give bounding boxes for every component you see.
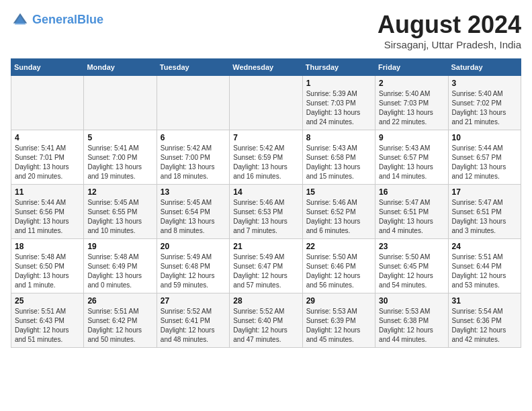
day-number: 3	[452, 79, 517, 88]
calendar-cell: 16Sunrise: 5:47 AM Sunset: 6:51 PM Dayli…	[375, 185, 448, 239]
calendar-cell: 5Sunrise: 5:41 AM Sunset: 7:00 PM Daylig…	[84, 130, 157, 185]
calendar-cell: 10Sunrise: 5:44 AM Sunset: 6:57 PM Dayli…	[448, 130, 521, 185]
calendar-cell: 18Sunrise: 5:48 AM Sunset: 6:50 PM Dayli…	[11, 239, 84, 293]
day-info: Sunrise: 5:46 AM Sunset: 6:52 PM Dayligh…	[306, 198, 371, 236]
calendar-cell	[230, 76, 302, 130]
calendar-cell	[84, 76, 157, 130]
page-header: GeneralBlue August 2024 Sirsaganj, Uttar…	[11, 11, 521, 50]
day-number: 26	[87, 296, 152, 306]
day-info: Sunrise: 5:51 AM Sunset: 6:43 PM Dayligh…	[15, 307, 80, 345]
day-number: 27	[161, 296, 226, 306]
day-info: Sunrise: 5:39 AM Sunset: 7:03 PM Dayligh…	[306, 89, 371, 127]
calendar-cell: 15Sunrise: 5:46 AM Sunset: 6:52 PM Dayli…	[302, 185, 375, 239]
day-info: Sunrise: 5:42 AM Sunset: 6:59 PM Dayligh…	[233, 144, 298, 181]
calendar-cell: 7Sunrise: 5:42 AM Sunset: 6:59 PM Daylig…	[230, 130, 302, 185]
calendar-week-row: 18Sunrise: 5:48 AM Sunset: 6:50 PM Dayli…	[11, 239, 521, 293]
day-number: 4	[15, 133, 80, 142]
day-info: Sunrise: 5:43 AM Sunset: 6:58 PM Dayligh…	[306, 144, 371, 181]
day-number: 17	[452, 187, 517, 197]
calendar-cell: 21Sunrise: 5:49 AM Sunset: 6:47 PM Dayli…	[230, 239, 302, 293]
day-number: 21	[233, 242, 298, 251]
calendar-table: SundayMondayTuesdayWednesdayThursdayFrid…	[11, 58, 521, 348]
day-info: Sunrise: 5:41 AM Sunset: 7:01 PM Dayligh…	[15, 144, 80, 181]
logo-line1: General	[32, 13, 77, 26]
calendar-cell: 27Sunrise: 5:52 AM Sunset: 6:41 PM Dayli…	[157, 293, 229, 348]
day-number: 12	[87, 187, 152, 197]
weekday-header: Friday	[375, 59, 448, 76]
day-number: 22	[306, 242, 371, 251]
day-number: 25	[15, 296, 80, 306]
day-number: 23	[379, 242, 444, 251]
day-number: 6	[161, 133, 226, 142]
day-number: 1	[306, 79, 371, 88]
calendar-cell: 25Sunrise: 5:51 AM Sunset: 6:43 PM Dayli…	[11, 293, 84, 348]
calendar-cell: 30Sunrise: 5:53 AM Sunset: 6:38 PM Dayli…	[375, 293, 448, 348]
weekday-header: Saturday	[448, 59, 521, 76]
logo-icon	[11, 11, 30, 30]
weekday-header: Monday	[84, 59, 157, 76]
day-info: Sunrise: 5:47 AM Sunset: 6:51 PM Dayligh…	[452, 198, 517, 236]
calendar-cell: 13Sunrise: 5:45 AM Sunset: 6:54 PM Dayli…	[157, 185, 229, 239]
day-info: Sunrise: 5:51 AM Sunset: 6:44 PM Dayligh…	[452, 253, 517, 290]
weekday-header: Thursday	[302, 59, 375, 76]
day-info: Sunrise: 5:47 AM Sunset: 6:51 PM Dayligh…	[379, 198, 444, 236]
day-number: 19	[87, 242, 152, 251]
day-info: Sunrise: 5:54 AM Sunset: 6:36 PM Dayligh…	[452, 307, 517, 345]
day-info: Sunrise: 5:45 AM Sunset: 6:55 PM Dayligh…	[87, 198, 152, 236]
day-number: 10	[452, 133, 517, 142]
day-number: 14	[233, 187, 298, 197]
calendar-cell: 23Sunrise: 5:50 AM Sunset: 6:45 PM Dayli…	[375, 239, 448, 293]
calendar-cell: 12Sunrise: 5:45 AM Sunset: 6:55 PM Dayli…	[84, 185, 157, 239]
calendar-cell: 29Sunrise: 5:53 AM Sunset: 6:39 PM Dayli…	[302, 293, 375, 348]
calendar-cell	[157, 76, 229, 130]
weekday-header: Sunday	[11, 59, 84, 76]
day-number: 8	[306, 133, 371, 142]
day-info: Sunrise: 5:43 AM Sunset: 6:57 PM Dayligh…	[379, 144, 444, 181]
logo-text: GeneralBlue	[32, 13, 103, 28]
calendar-cell: 8Sunrise: 5:43 AM Sunset: 6:58 PM Daylig…	[302, 130, 375, 185]
day-number: 9	[379, 133, 444, 142]
calendar-cell: 9Sunrise: 5:43 AM Sunset: 6:57 PM Daylig…	[375, 130, 448, 185]
day-info: Sunrise: 5:49 AM Sunset: 6:47 PM Dayligh…	[233, 253, 298, 290]
day-info: Sunrise: 5:50 AM Sunset: 6:46 PM Dayligh…	[306, 253, 371, 290]
calendar-cell: 28Sunrise: 5:52 AM Sunset: 6:40 PM Dayli…	[230, 293, 302, 348]
day-number: 28	[233, 296, 298, 306]
day-info: Sunrise: 5:45 AM Sunset: 6:54 PM Dayligh…	[161, 198, 226, 236]
day-number: 24	[452, 242, 517, 251]
calendar-cell: 6Sunrise: 5:42 AM Sunset: 7:00 PM Daylig…	[157, 130, 229, 185]
calendar-cell: 4Sunrise: 5:41 AM Sunset: 7:01 PM Daylig…	[11, 130, 84, 185]
day-info: Sunrise: 5:52 AM Sunset: 6:40 PM Dayligh…	[233, 307, 298, 345]
day-number: 31	[452, 296, 517, 306]
day-info: Sunrise: 5:40 AM Sunset: 7:02 PM Dayligh…	[452, 89, 517, 127]
day-info: Sunrise: 5:52 AM Sunset: 6:41 PM Dayligh…	[161, 307, 226, 345]
day-info: Sunrise: 5:42 AM Sunset: 7:00 PM Dayligh…	[161, 144, 226, 181]
calendar-cell: 11Sunrise: 5:44 AM Sunset: 6:56 PM Dayli…	[11, 185, 84, 239]
weekday-header: Tuesday	[157, 59, 229, 76]
calendar-cell	[11, 76, 84, 130]
calendar-week-row: 25Sunrise: 5:51 AM Sunset: 6:43 PM Dayli…	[11, 293, 521, 348]
calendar-cell: 2Sunrise: 5:40 AM Sunset: 7:03 PM Daylig…	[375, 76, 448, 130]
day-number: 18	[15, 242, 80, 251]
title-block: August 2024 Sirsaganj, Uttar Pradesh, In…	[378, 11, 521, 50]
calendar-cell: 24Sunrise: 5:51 AM Sunset: 6:44 PM Dayli…	[448, 239, 521, 293]
day-info: Sunrise: 5:51 AM Sunset: 6:42 PM Dayligh…	[87, 307, 152, 345]
day-info: Sunrise: 5:48 AM Sunset: 6:50 PM Dayligh…	[15, 253, 80, 290]
location: Sirsaganj, Uttar Pradesh, India	[378, 39, 521, 50]
day-number: 30	[379, 296, 444, 306]
calendar-cell: 17Sunrise: 5:47 AM Sunset: 6:51 PM Dayli…	[448, 185, 521, 239]
calendar-cell: 22Sunrise: 5:50 AM Sunset: 6:46 PM Dayli…	[302, 239, 375, 293]
calendar-week-row: 4Sunrise: 5:41 AM Sunset: 7:01 PM Daylig…	[11, 130, 521, 185]
day-info: Sunrise: 5:44 AM Sunset: 6:57 PM Dayligh…	[452, 144, 517, 181]
calendar-week-row: 11Sunrise: 5:44 AM Sunset: 6:56 PM Dayli…	[11, 185, 521, 239]
day-number: 2	[379, 79, 444, 88]
day-info: Sunrise: 5:40 AM Sunset: 7:03 PM Dayligh…	[379, 89, 444, 127]
logo: GeneralBlue	[11, 11, 103, 30]
calendar-cell: 26Sunrise: 5:51 AM Sunset: 6:42 PM Dayli…	[84, 293, 157, 348]
day-info: Sunrise: 5:50 AM Sunset: 6:45 PM Dayligh…	[379, 253, 444, 290]
calendar-cell: 14Sunrise: 5:46 AM Sunset: 6:53 PM Dayli…	[230, 185, 302, 239]
day-info: Sunrise: 5:44 AM Sunset: 6:56 PM Dayligh…	[15, 198, 80, 236]
day-number: 7	[233, 133, 298, 142]
day-info: Sunrise: 5:46 AM Sunset: 6:53 PM Dayligh…	[233, 198, 298, 236]
day-number: 20	[161, 242, 226, 251]
calendar-cell: 1Sunrise: 5:39 AM Sunset: 7:03 PM Daylig…	[302, 76, 375, 130]
